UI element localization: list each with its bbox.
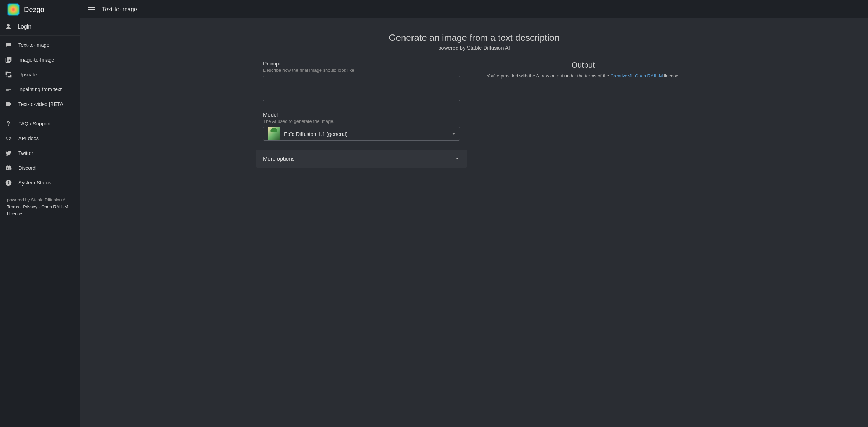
video-icon [5, 101, 12, 108]
nav-label: Text-to-video [BETA] [18, 101, 65, 107]
form-column: Prompt Describe how the final image shou… [263, 61, 460, 255]
output-title: Output [481, 61, 685, 70]
sidebar-item-inpainting[interactable]: Inpainting from text [0, 82, 80, 97]
chevron-down-icon [454, 156, 460, 162]
info-icon [5, 179, 12, 186]
nav-label: Discord [18, 165, 36, 171]
footer-powered: powered by Stable Diffusion AI [7, 196, 73, 203]
nav-label: Inpainting from text [18, 87, 62, 92]
chat-icon [5, 42, 12, 49]
twitter-icon [5, 150, 12, 157]
svg-rect-0 [6, 72, 11, 77]
output-column: Output You're provided with the AI raw o… [481, 61, 685, 255]
nav-label: Upscale [18, 72, 37, 77]
more-options-toggle[interactable]: More options [256, 150, 467, 168]
collections-icon [5, 56, 12, 63]
prompt-input[interactable] [263, 76, 460, 101]
nav-label: API docs [18, 136, 39, 141]
nav-label: FAQ / Support [18, 121, 51, 126]
model-label: Model [263, 112, 460, 118]
nav-label: Twitter [18, 150, 33, 156]
heading-subtitle: powered by Stable Diffusion AI [94, 45, 854, 51]
login-button[interactable]: Login [0, 18, 80, 35]
sidebar-item-image-to-image[interactable]: Image-to-Image [0, 52, 80, 67]
sidebar-item-discord[interactable]: Discord [0, 161, 80, 175]
top-bar: Text-to-image [80, 0, 868, 18]
prompt-desc: Describe how the final image should look… [263, 68, 460, 73]
menu-button[interactable] [87, 5, 96, 13]
nav-group-tools: Text-to-Image Image-to-Image Upscale Inp… [0, 35, 80, 114]
content: Generate an image from a text descriptio… [80, 18, 868, 427]
account-icon [5, 23, 12, 30]
sidebar-footer: powered by Stable Diffusion AI Terms - P… [0, 192, 80, 222]
sidebar-item-faq[interactable]: FAQ / Support [0, 116, 80, 131]
code-icon [5, 135, 12, 142]
more-options-label: More options [263, 156, 295, 162]
footer-privacy-link[interactable]: Privacy [23, 205, 37, 209]
heading: Generate an image from a text descriptio… [94, 32, 854, 51]
model-selected-text: Epîc Diffusion 1.1 (general) [284, 131, 452, 137]
license-link[interactable]: CreativeML Open RAIL-M [611, 73, 663, 79]
sidebar-item-status[interactable]: System Status [0, 175, 80, 190]
output-image-box [497, 83, 669, 255]
app-name: Dezgo [24, 6, 44, 14]
discord-icon [5, 164, 12, 171]
nav-label: System Status [18, 180, 51, 186]
help-icon [5, 120, 12, 127]
nav-label: Text-to-Image [18, 42, 50, 48]
logo-row[interactable]: Dezgo [0, 0, 80, 18]
footer-terms-link[interactable]: Terms [7, 205, 19, 209]
sidebar-item-api[interactable]: API docs [0, 131, 80, 146]
sidebar-item-text-to-video[interactable]: Text-to-video [BETA] [0, 97, 80, 112]
list-icon [5, 86, 12, 93]
expand-icon [5, 71, 12, 78]
main: Text-to-image Generate an image from a t… [80, 0, 868, 427]
nav-label: Image-to-Image [18, 57, 54, 63]
sidebar-item-twitter[interactable]: Twitter [0, 146, 80, 161]
model-field: Model The AI used to generate the image.… [263, 112, 460, 141]
prompt-field: Prompt Describe how the final image shou… [263, 61, 460, 102]
logo-icon [7, 3, 20, 16]
nav-group-links: FAQ / Support API docs Twitter Discord S… [0, 114, 80, 192]
prompt-label: Prompt [263, 61, 460, 67]
sidebar-item-text-to-image[interactable]: Text-to-Image [0, 38, 80, 52]
model-thumb-icon [268, 127, 280, 140]
menu-icon [87, 5, 96, 13]
login-label: Login [18, 24, 31, 30]
caret-down-icon [452, 133, 455, 135]
model-desc: The AI used to generate the image. [263, 119, 460, 124]
heading-title: Generate an image from a text descriptio… [94, 32, 854, 43]
output-license-text: You're provided with the AI raw output u… [481, 73, 685, 79]
page-title: Text-to-image [102, 6, 137, 13]
model-select[interactable]: Epîc Diffusion 1.1 (general) [263, 127, 460, 141]
sidebar: Dezgo Login Text-to-Image Image-to-Image… [0, 0, 80, 427]
sidebar-item-upscale[interactable]: Upscale [0, 67, 80, 82]
